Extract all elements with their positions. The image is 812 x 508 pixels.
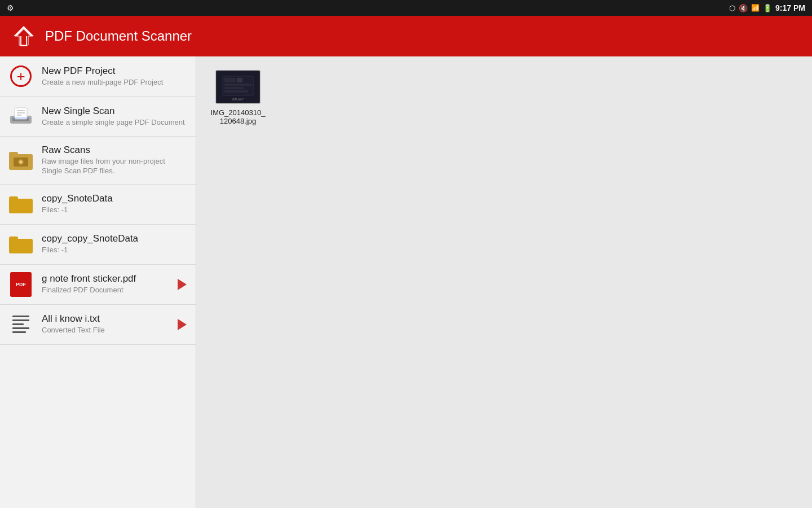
folder-icon-2	[9, 233, 33, 256]
svg-rect-24	[224, 87, 244, 89]
raw-scans-title: Raw Scans	[42, 144, 187, 156]
svg-rect-22	[237, 78, 242, 82]
new-pdf-project-text: New PDF Project Create a new multi-page …	[42, 65, 187, 87]
new-single-scan-title: New Single Scan	[42, 106, 187, 117]
app-title: PDF Document Scanner	[45, 28, 192, 44]
battery-icon: 🔋	[763, 4, 772, 12]
svg-point-13	[19, 160, 23, 164]
txt-line-5	[12, 331, 26, 333]
file-grid: GALAXY IMG_20140310_120648.jpg	[210, 70, 798, 125]
txt-line-4	[12, 327, 29, 329]
new-single-scan-text: New Single Scan Create a simple single p…	[42, 106, 187, 128]
sidebar-item-copy-snote-data[interactable]: copy_SnoteData Files: -1	[0, 185, 196, 225]
thumbnail-svg: GALAXY	[217, 71, 259, 103]
copy-copy-snote-data-text: copy_copy_SnoteData Files: -1	[42, 233, 187, 255]
copy-snote-data-text: copy_SnoteData Files: -1	[42, 193, 187, 215]
app-logo-icon	[11, 24, 36, 49]
txt-line-2	[12, 319, 29, 321]
all-i-know-txt-share-button[interactable]	[178, 319, 187, 330]
raw-scans-text: Raw Scans Raw image files from your non-…	[42, 144, 187, 176]
svg-rect-4	[15, 108, 27, 119]
usb-icon: ⚙	[7, 3, 14, 12]
all-i-know-txt-subtitle: Converted Text File	[42, 326, 169, 335]
content-area: GALAXY IMG_20140310_120648.jpg	[196, 56, 812, 508]
status-bar-right: ⬡ 🔇 📶 🔋 9:17 PM	[729, 3, 805, 12]
svg-rect-10	[9, 152, 18, 157]
raw-scans-subtitle: Raw image files from your non-project Si…	[42, 157, 187, 176]
copy-snote-data-title: copy_SnoteData	[42, 193, 187, 204]
svg-rect-25	[224, 90, 248, 93]
new-pdf-project-title: New PDF Project	[42, 65, 187, 77]
app-bar: PDF Document Scanner	[0, 16, 812, 56]
status-time: 9:17 PM	[775, 3, 805, 12]
svg-text:GALAXY: GALAXY	[232, 98, 244, 101]
main-layout: + New PDF Project Create a new multi-pag…	[0, 56, 812, 508]
txt-share-arrow-icon	[178, 319, 187, 330]
list-item[interactable]: GALAXY IMG_20140310_120648.jpg	[210, 70, 266, 125]
file-name-text: IMG_20140310_120648.jpg	[211, 108, 266, 125]
signal-icon: 📶	[751, 4, 760, 12]
pdf-file-icon: PDF	[10, 272, 32, 297]
bluetooth-icon: ⬡	[729, 4, 735, 12]
txt-line-3	[12, 323, 24, 325]
svg-rect-15	[9, 196, 18, 202]
status-bar-left: ⚙	[7, 3, 14, 12]
all-i-know-txt-title: All i know i.txt	[42, 313, 169, 325]
g-note-pdf-subtitle: Finalized PDF Document	[42, 286, 169, 295]
g-note-pdf-share-button[interactable]	[178, 279, 187, 290]
file-name: IMG_20140310_120648.jpg	[210, 108, 266, 125]
sidebar-item-new-single-scan[interactable]: New Single Scan Create a simple single p…	[0, 97, 196, 137]
scanner-icon	[9, 104, 33, 128]
sidebar-item-raw-scans[interactable]: Raw Scans Raw image files from your non-…	[0, 137, 196, 185]
copy-copy-snote-data-subtitle: Files: -1	[42, 246, 187, 255]
svg-rect-17	[9, 237, 18, 242]
mute-icon: 🔇	[739, 4, 748, 12]
sidebar-item-copy-copy-snote-data[interactable]: copy_copy_SnoteData Files: -1	[0, 225, 196, 265]
pdf-icon: PDF	[9, 273, 33, 296]
raw-scans-icon	[9, 148, 33, 172]
folder-svg-icon	[9, 194, 33, 214]
sidebar: + New PDF Project Create a new multi-pag…	[0, 56, 196, 508]
folder-icon-1	[9, 192, 33, 216]
sidebar-item-new-pdf-project[interactable]: + New PDF Project Create a new multi-pag…	[0, 56, 196, 97]
all-i-know-txt-text: All i know i.txt Converted Text File	[42, 313, 169, 335]
raw-scans-folder-icon	[9, 150, 33, 171]
txt-icon	[9, 313, 33, 336]
status-bar: ⚙ ⬡ 🔇 📶 🔋 9:17 PM	[0, 0, 812, 16]
copy-snote-data-subtitle: Files: -1	[42, 205, 187, 215]
txt-line-1	[12, 316, 29, 317]
circle-plus-icon: +	[10, 65, 32, 87]
sidebar-item-all-i-know-txt[interactable]: All i know i.txt Converted Text File	[0, 305, 196, 345]
scanner-svg-icon	[9, 106, 33, 127]
file-thumbnail: GALAXY	[215, 70, 261, 104]
g-note-pdf-title: g note front sticker.pdf	[42, 273, 169, 284]
new-pdf-project-subtitle: Create a new multi-page PDF Project	[42, 78, 187, 87]
folder-svg-icon-2	[9, 234, 33, 255]
svg-rect-21	[224, 78, 236, 82]
copy-copy-snote-data-title: copy_copy_SnoteData	[42, 233, 187, 244]
g-note-pdf-text: g note front sticker.pdf Finalized PDF D…	[42, 273, 169, 295]
thumbnail-image: GALAXY	[217, 71, 259, 103]
text-file-icon	[10, 312, 32, 337]
new-single-scan-subtitle: Create a simple single page PDF Document	[42, 118, 187, 128]
new-pdf-project-icon: +	[9, 64, 33, 88]
svg-rect-23	[224, 84, 251, 86]
share-arrow-icon	[178, 279, 187, 290]
sidebar-item-g-note-pdf[interactable]: PDF g note front sticker.pdf Finalized P…	[0, 265, 196, 305]
